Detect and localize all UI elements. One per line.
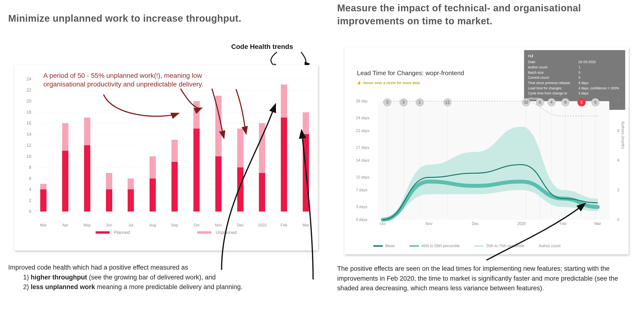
bar-unplanned: [128, 178, 134, 190]
x-tick: Aug: [149, 223, 156, 228]
pointer-icon: ☝: [357, 80, 362, 85]
legend-planned: Planned: [96, 230, 130, 235]
bar-unplanned: [259, 123, 265, 173]
bar-planned: [215, 156, 222, 212]
y-tick: 20: [24, 98, 31, 104]
bar-planned: [172, 162, 178, 212]
tooltip-row: Batch size:5: [528, 70, 621, 76]
x-tick: Dec: [237, 223, 244, 228]
tooltip-row: Time since previous release:6 days: [528, 80, 621, 86]
y-tick: 10: [24, 154, 31, 159]
bar-unplanned: [150, 156, 156, 178]
lead-time-legend: Mean 45th to 55th percentile 25th to 75t…: [373, 243, 619, 249]
legend-unplanned: Unplanned: [197, 230, 236, 235]
y-tick: 4: [24, 187, 31, 192]
left-panel: Minimize unplanned work to increase thro…: [0, 0, 323, 318]
x-tick: Mar: [302, 223, 309, 228]
bar-unplanned: [281, 84, 287, 118]
bar-planned: [259, 173, 265, 212]
x-tick: Sep: [171, 223, 178, 228]
bar-planned: [84, 145, 90, 212]
bar-unplanned: [106, 173, 112, 190]
legend-45-55: 45th to 55th percentile: [410, 244, 460, 248]
tooltip-title: r12: [528, 53, 621, 58]
bar-chart: 024681012141618202224MarAprMayJunJulAugS…: [22, 76, 311, 221]
bar-unplanned: [40, 184, 46, 189]
y-tick: 12: [24, 143, 31, 148]
tooltip-row: Date:02-03-2020: [528, 60, 621, 65]
right-panel: Measure the impact of technical- and org…: [332, 0, 643, 318]
lead-time-chart: 0 days3 days7 days10 days14 days17 days2…: [354, 96, 621, 226]
lead-time-title: Lead Time for Changes: wopr-frontend: [357, 70, 464, 77]
y-tick: 8: [24, 165, 31, 170]
bar-unplanned: [237, 129, 244, 167]
bar-unplanned: [215, 96, 222, 156]
bar-unplanned: [194, 101, 200, 129]
bar-planned: [303, 134, 309, 212]
left-summary: Improved code health which had a positiv…: [8, 262, 312, 292]
line-authors: [383, 101, 598, 116]
code-health-trends-label: Code Health trends: [231, 43, 293, 50]
area-25-75: [383, 126, 598, 220]
bar-planned: [62, 151, 68, 212]
legend-swatch-planned: [96, 231, 110, 234]
y-tick: 16: [24, 121, 31, 126]
bar-chart-card: 024681012141618202224MarAprMayJunJulAugS…: [14, 65, 318, 250]
legend-authors: Author count: [539, 244, 561, 248]
bar-planned: [40, 189, 46, 212]
x-tick: Feb: [280, 223, 287, 228]
x-tick: May: [84, 223, 91, 228]
bar-planned: [106, 189, 112, 212]
lead-time-card: Lead Time for Changes: wopr-frontend ☝ H…: [344, 47, 628, 254]
bar-planned: [281, 118, 287, 212]
bar-planned: [237, 168, 244, 212]
tooltip-row: Commit count:5: [528, 75, 621, 80]
x-tick: Apr: [62, 223, 68, 228]
legend-25-75: 25th to 75th percentile: [474, 244, 524, 248]
x-tick: 2020: [258, 223, 266, 228]
x-tick: Jul: [128, 223, 133, 228]
red-annotation: A period of 50 - 55% unplanned work(!), …: [43, 71, 241, 89]
y-tick: 2: [24, 198, 31, 203]
bar-planned: [150, 178, 156, 212]
bar-unplanned: [62, 123, 68, 151]
right-heading: Measure the impact of technical- and org…: [337, 2, 636, 28]
bar-unplanned: [84, 118, 90, 145]
legend-swatch-unplanned: [197, 231, 211, 234]
tooltip-row: Author count:1: [528, 65, 621, 70]
left-heading: Minimize unplanned work to increase thro…: [8, 13, 241, 24]
y-tick: 6: [24, 176, 31, 181]
x-tick: Mar: [40, 223, 47, 228]
x-tick: Oct: [194, 223, 200, 228]
bar-planned: [194, 129, 200, 212]
bar-unplanned: [303, 112, 309, 134]
x-tick: Jun: [106, 223, 112, 228]
y-tick: 18: [24, 110, 31, 115]
y-tick: 22: [24, 88, 31, 92]
bar-unplanned: [172, 140, 178, 162]
hover-hint: ☝ Hover over a circle for more data: [357, 80, 420, 85]
y-tick: 24: [24, 76, 31, 82]
bar-planned: [128, 189, 134, 212]
bar-legend: Planned Unplanned: [43, 229, 289, 236]
legend-mean: Mean: [373, 244, 395, 248]
y-tick: 14: [24, 132, 31, 137]
x-tick: Nov: [215, 223, 222, 228]
tooltip-row: Lead time for changes:4 days, confidence…: [528, 86, 621, 91]
y-tick: 0: [24, 209, 31, 214]
right-summary: The positive effects are seen on the lea…: [337, 264, 634, 293]
